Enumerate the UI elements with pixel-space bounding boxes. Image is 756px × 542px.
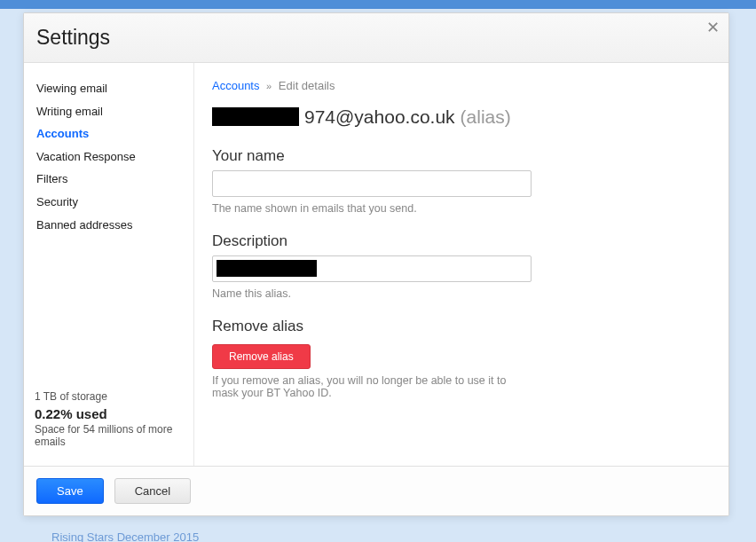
background-text: Rising Stars December 2015 xyxy=(51,530,199,542)
sidebar-item-viewing-email[interactable]: Viewing email xyxy=(24,77,193,100)
modal-title: Settings xyxy=(36,26,110,50)
redacted-email-prefix xyxy=(212,107,299,126)
your-name-help: The name shown in emails that you send. xyxy=(212,202,540,215)
content-panel: Accounts » Edit details 974@yahoo.co.uk … xyxy=(194,63,728,466)
storage-space: Space for 54 millions of more emails xyxy=(35,423,183,448)
sidebar-item-accounts[interactable]: Accounts xyxy=(24,122,193,145)
storage-total: 1 TB of storage xyxy=(35,390,183,403)
sidebar-item-banned-addresses[interactable]: Banned addresses xyxy=(24,214,193,237)
storage-used: 0.22% used xyxy=(35,406,183,421)
remove-alias-help: If you remove an alias, you will no long… xyxy=(212,374,532,399)
your-name-label: Your name xyxy=(212,147,540,165)
storage-info: 1 TB of storage 0.22% used Space for 54 … xyxy=(24,390,193,457)
description-help: Name this alias. xyxy=(212,287,540,300)
alias-tag: (alias) xyxy=(461,106,511,128)
sidebar-item-security[interactable]: Security xyxy=(24,191,193,214)
save-button[interactable]: Save xyxy=(36,478,104,504)
description-input[interactable] xyxy=(212,255,532,282)
remove-alias-button[interactable]: Remove alias xyxy=(212,344,311,369)
breadcrumb-accounts-link[interactable]: Accounts xyxy=(212,79,259,92)
remove-alias-group: Remove alias Remove alias If you remove … xyxy=(212,318,540,399)
sidebar-item-writing-email[interactable]: Writing email xyxy=(24,100,193,123)
close-icon[interactable]: ✕ xyxy=(702,17,723,38)
remove-alias-label: Remove alias xyxy=(212,318,540,335)
modal-footer: Save Cancel xyxy=(24,466,728,515)
modal-body: Viewing email Writing email Accounts Vac… xyxy=(24,63,728,466)
cancel-button[interactable]: Cancel xyxy=(114,478,191,504)
your-name-group: Your name The name shown in emails that … xyxy=(212,147,540,215)
description-label: Description xyxy=(212,232,540,250)
sidebar: Viewing email Writing email Accounts Vac… xyxy=(24,63,194,466)
chevron-right-icon: » xyxy=(266,81,272,91)
account-email-heading: 974@yahoo.co.uk (alias) xyxy=(212,105,711,128)
description-group: Description Name this alias. xyxy=(212,232,540,300)
breadcrumb: Accounts » Edit details xyxy=(212,79,711,92)
breadcrumb-current: Edit details xyxy=(279,79,335,92)
sidebar-item-filters[interactable]: Filters xyxy=(24,168,193,191)
sidebar-nav: Viewing email Writing email Accounts Vac… xyxy=(24,77,193,390)
your-name-input[interactable] xyxy=(212,170,532,197)
email-visible-part: 974@yahoo.co.uk xyxy=(304,106,455,128)
modal-header: Settings ✕ xyxy=(24,13,728,63)
sidebar-item-vacation-response[interactable]: Vacation Response xyxy=(24,145,193,169)
settings-modal: Settings ✕ Viewing email Writing email A… xyxy=(23,12,729,516)
